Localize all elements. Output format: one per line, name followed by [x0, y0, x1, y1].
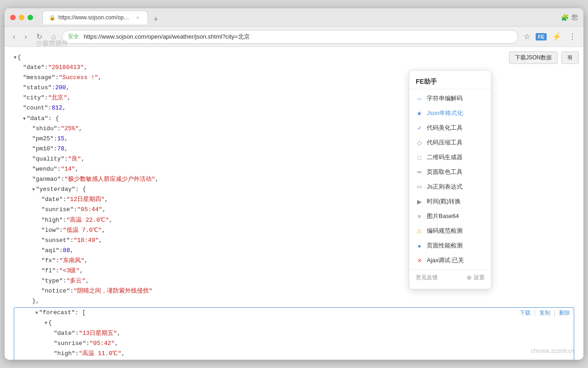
yesterday-key: "yesterday"	[36, 184, 75, 195]
code-compress-icon: ◇	[416, 139, 423, 146]
tab-bar: 🔒 https://www.sojson.com/open... × +	[42, 11, 557, 24]
fe-menu-qrcode[interactable]: □ 二维码生成器	[409, 150, 491, 165]
wendu-key: "wendu"	[32, 164, 57, 174]
regex-icon: <>	[416, 184, 423, 190]
count-key: "count"	[23, 103, 48, 113]
main-content: 下载JSON数据 有 ▼ { "date" : "20180413" , "me…	[5, 47, 583, 360]
fe-helper-icon[interactable]: FE	[536, 33, 547, 40]
tab-close-button[interactable]: ×	[135, 14, 141, 21]
fe-menu-code-compress-label: 代码压缩工具	[427, 138, 463, 147]
forecast-section: 下载 | 复制 | 删除 ▼ "forecast" : [ ▼ {	[14, 307, 574, 360]
shidu-key: "shidu"	[32, 124, 57, 134]
status-key: "status"	[23, 83, 51, 93]
bottom-watermark: chrome.zzzmh.cn	[531, 348, 574, 354]
fe-menu-json-format[interactable]: ★ Json串格式化	[409, 106, 491, 121]
fe-menu-time-convert-label: 时间(戳)转换	[427, 197, 461, 206]
f-date-line: "date" : "13日星期五" ,	[17, 328, 571, 339]
fe-menu-code-beautify[interactable]: ✓ 代码美化工具	[409, 121, 491, 135]
y-low-key: "low"	[41, 225, 59, 236]
more-menu-icon[interactable]: ⋮	[567, 30, 578, 43]
address-bar: ‹ › ↻ ⌂ 安全 https://www.sojson.com/open/a…	[5, 27, 583, 47]
fe-menu-ajax[interactable]: ✕ Ajax调试:已关	[409, 253, 491, 268]
bookmark-icon[interactable]: ☆	[522, 30, 532, 43]
fe-menu-time-convert[interactable]: ▶ 时间(戳)转换	[409, 194, 491, 209]
settings-button[interactable]: ⚙ 设置	[467, 274, 485, 282]
traffic-lights	[10, 15, 33, 20]
collapse-forecast-item-icon[interactable]: ▼	[45, 319, 47, 327]
f-high-value: "高温 11.0℃"	[79, 349, 122, 359]
date-key: "date"	[23, 63, 45, 73]
code-check-icon: ⚠	[416, 228, 423, 235]
f-low-line: "low" : "低温 6.0℃" ,	[17, 359, 571, 360]
collapse-forecast-icon[interactable]: ▼	[35, 309, 38, 317]
ajax-icon: ✕	[416, 257, 423, 264]
tab-title: https://www.sojson.com/open...	[58, 14, 132, 21]
y-sunrise-value: "05:44"	[77, 205, 102, 215]
f-low-value: "低温 6.0℃"	[75, 359, 114, 360]
city-key: "city"	[23, 93, 45, 103]
fe-menu-regex-label: Js正则表达式	[427, 183, 463, 191]
forward-button[interactable]: ›	[22, 31, 29, 43]
ganmao-key: "ganmao"	[32, 174, 61, 184]
f-sunrise-value: "05:42"	[90, 339, 115, 349]
extensions-toolbar-icon[interactable]: ⚡	[550, 30, 563, 43]
string-codec-icon: ↔	[416, 95, 423, 102]
fe-menu-code-check[interactable]: ⚠ 编码规范检测	[409, 224, 491, 238]
security-label: 安全	[68, 33, 79, 40]
f-high-line: "high" : "高温 11.0℃" ,	[17, 349, 571, 359]
y-date-key: "date"	[41, 195, 63, 205]
fe-menu-regex[interactable]: <> Js正则表达式	[409, 179, 491, 194]
back-button[interactable]: ‹	[10, 31, 18, 43]
fe-menu-ajax-label: Ajax调试:已关	[427, 256, 464, 264]
message-value: "Success !"	[59, 73, 98, 83]
forecast-delete-btn[interactable]: 删除	[559, 309, 570, 318]
quality-value: "良"	[68, 154, 81, 164]
collapse-yesterday-icon[interactable]: ▼	[32, 186, 35, 194]
base64-icon: ≡	[416, 213, 423, 220]
forecast-copy-btn[interactable]: 复制	[539, 309, 550, 318]
forecast-item-open: ▼ {	[17, 318, 571, 328]
fe-menu-color-picker[interactable]: ✏ 页面取色工具	[409, 165, 491, 179]
minimize-window-button[interactable]	[19, 15, 24, 20]
url-text: https://www.sojson.com/open/api/weather/…	[84, 33, 512, 41]
fe-menu-string-codec[interactable]: ↔ 字符串编解码	[409, 91, 491, 106]
fe-menu-perf-check[interactable]: ● 页面性能检测	[409, 238, 491, 253]
pm10-value: 78	[57, 144, 65, 154]
forecast-toolbar: 下载 | 复制 | 删除	[520, 309, 570, 318]
data-key: "data"	[27, 114, 48, 124]
fe-menu-qrcode-label: 二维码生成器	[427, 153, 463, 161]
json-format-icon: ★	[416, 110, 423, 117]
f-low-key: "low"	[54, 359, 72, 360]
y-notice-value: "阴晴之间，谨防紫外线侵扰"	[74, 286, 153, 296]
filter-button[interactable]: 有	[561, 52, 579, 64]
fe-menu-base64[interactable]: ≡ 图片Base64	[409, 209, 491, 224]
close-window-button[interactable]	[10, 15, 16, 20]
content-toolbar: 下载JSON数据 有	[509, 52, 579, 64]
y-date-value: "12日星期四"	[67, 195, 105, 205]
collapse-root-icon[interactable]: ▼	[14, 54, 17, 62]
forecast-download-btn[interactable]: 下载	[520, 309, 531, 318]
extensions-icon: 🧩	[561, 14, 569, 21]
fe-menu-code-check-label: 编码规范检测	[427, 227, 463, 235]
fe-helper-title: FE助手	[409, 74, 491, 89]
collapse-data-icon[interactable]: ▼	[23, 115, 26, 123]
y-sunrise-key: "sunrise"	[41, 205, 74, 215]
pm25-key: "pm25"	[32, 134, 54, 144]
y-sunset-value: "18:49"	[74, 236, 99, 246]
y-high-key: "high"	[41, 215, 63, 225]
f-date-key: "date"	[54, 328, 75, 339]
address-input[interactable]: 安全 https://www.sojson.com/open/api/weath…	[62, 30, 518, 44]
maximize-window-button[interactable]	[28, 15, 33, 20]
active-tab[interactable]: 🔒 https://www.sojson.com/open... ×	[42, 11, 148, 24]
download-json-button[interactable]: 下载JSON数据	[509, 52, 558, 64]
fe-menu-code-compress[interactable]: ◇ 代码压缩工具	[409, 135, 491, 150]
feedback-link[interactable]: 意见反馈	[416, 274, 438, 282]
wendu-value: "14"	[61, 164, 75, 174]
new-tab-button[interactable]: +	[150, 15, 162, 24]
y-fl-value: "<3级"	[59, 266, 79, 276]
fe-menu-color-picker-label: 页面取色工具	[427, 168, 463, 176]
fe-menu-code-beautify-label: 代码美化工具	[427, 124, 463, 132]
fe-menu-perf-check-label: 页面性能检测	[427, 242, 463, 250]
date-value: "20180413"	[48, 63, 84, 73]
message-key: "message"	[23, 73, 55, 83]
